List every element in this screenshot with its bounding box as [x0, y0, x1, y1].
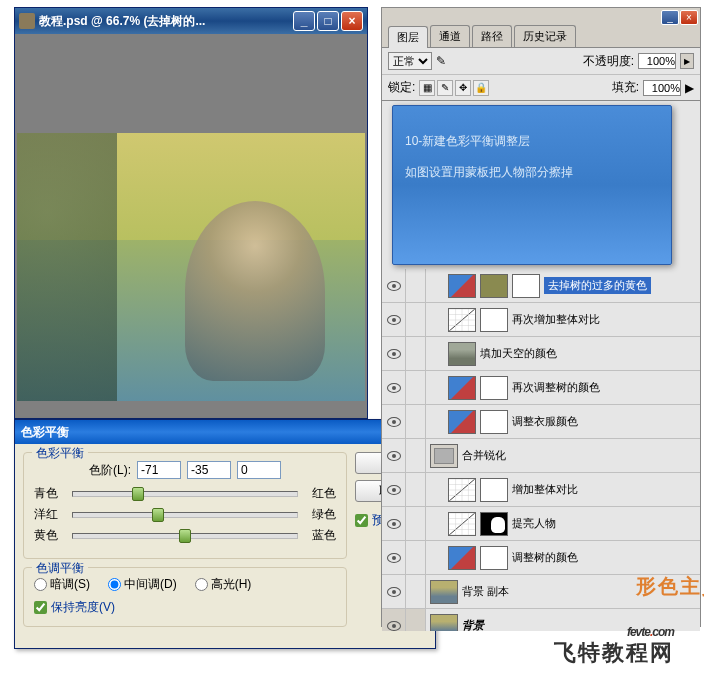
maximize-button[interactable]: □: [317, 11, 339, 31]
layer-name-label[interactable]: 调整衣服颜色: [512, 414, 578, 429]
layer-thumbnail[interactable]: [430, 614, 458, 632]
preserve-luminosity-label[interactable]: 保持亮度(V): [34, 599, 336, 616]
panel-minimize-button[interactable]: _: [661, 10, 679, 25]
layer-name-label[interactable]: 提亮人物: [512, 516, 556, 531]
opacity-arrow-button[interactable]: ▶: [680, 53, 694, 69]
color-balance-thumbnail[interactable]: [448, 274, 476, 298]
fill-arrow-button[interactable]: ▶: [685, 81, 694, 95]
opacity-input[interactable]: [638, 53, 676, 69]
shadows-radio[interactable]: [34, 578, 47, 591]
link-column[interactable]: [406, 303, 426, 336]
layer-row[interactable]: 填加天空的颜色: [382, 337, 700, 371]
link-column[interactable]: [406, 609, 426, 631]
folder-icon[interactable]: [430, 444, 458, 468]
layer-mask-thumbnail[interactable]: [480, 410, 508, 434]
midtones-radio[interactable]: [108, 578, 121, 591]
visibility-toggle[interactable]: [382, 405, 406, 438]
layer-row[interactable]: 调整衣服颜色: [382, 405, 700, 439]
close-button[interactable]: ×: [341, 11, 363, 31]
layer-name-label[interactable]: 再次调整树的颜色: [512, 380, 600, 395]
layer-mask-thumbnail[interactable]: [480, 546, 508, 570]
layer-name-label[interactable]: 增加整体对比: [512, 482, 578, 497]
midtones-radio-label[interactable]: 中间调(D): [108, 576, 177, 593]
link-column[interactable]: [406, 337, 426, 370]
level2-input[interactable]: [187, 461, 231, 479]
layer-thumbnail[interactable]: [448, 342, 476, 366]
slider-thumb[interactable]: [152, 508, 164, 522]
layer-thumbnail[interactable]: [430, 580, 458, 604]
curves-thumbnail[interactable]: [448, 478, 476, 502]
layer-row[interactable]: 提亮人物: [382, 507, 700, 541]
dialog-titlebar[interactable]: 色彩平衡 ×: [15, 420, 435, 444]
highlights-radio-label[interactable]: 高光(H): [195, 576, 252, 593]
tab-layers[interactable]: 图层: [388, 26, 428, 48]
layer-name-label[interactable]: 再次增加整体对比: [512, 312, 600, 327]
layer-name-label[interactable]: 调整树的颜色: [512, 550, 578, 565]
visibility-toggle[interactable]: [382, 575, 406, 608]
link-column[interactable]: [406, 439, 426, 472]
visibility-toggle[interactable]: [382, 371, 406, 404]
highlights-radio[interactable]: [195, 578, 208, 591]
visibility-toggle[interactable]: [382, 337, 406, 370]
curves-thumbnail[interactable]: [448, 308, 476, 332]
visibility-toggle[interactable]: [382, 269, 406, 302]
preserve-luminosity-checkbox[interactable]: [34, 601, 47, 614]
slider-thumb[interactable]: [132, 487, 144, 501]
curves-thumbnail[interactable]: [448, 512, 476, 536]
link-column[interactable]: [406, 575, 426, 608]
visibility-toggle[interactable]: [382, 303, 406, 336]
minimize-button[interactable]: _: [293, 11, 315, 31]
tab-history[interactable]: 历史记录: [514, 25, 576, 47]
preview-checkbox[interactable]: [355, 514, 368, 527]
tab-paths[interactable]: 路径: [472, 25, 512, 47]
lock-transparency-icon[interactable]: ▦: [419, 80, 435, 96]
document-titlebar[interactable]: 教程.psd @ 66.7% (去掉树的... _ □ ×: [15, 8, 367, 34]
link-column[interactable]: [406, 541, 426, 574]
layer-name-label[interactable]: 去掉树的过多的黄色: [544, 277, 651, 294]
shadows-radio-label[interactable]: 暗调(S): [34, 576, 90, 593]
visibility-toggle[interactable]: [382, 541, 406, 574]
fill-input[interactable]: [643, 80, 681, 96]
color-balance-thumbnail[interactable]: [448, 410, 476, 434]
layer-name-label[interactable]: 合并锐化: [462, 448, 506, 463]
layer-row[interactable]: 再次增加整体对比: [382, 303, 700, 337]
link-column[interactable]: [406, 405, 426, 438]
layer-name-label[interactable]: 背景: [462, 618, 484, 631]
layer-mask-thumbnail[interactable]: [480, 308, 508, 332]
layer-name-label[interactable]: 填加天空的颜色: [480, 346, 557, 361]
panel-close-button[interactable]: ×: [680, 10, 698, 25]
lock-pixels-icon[interactable]: ✎: [437, 80, 453, 96]
layer-mask-thumbnail[interactable]: [480, 512, 508, 536]
layer-row[interactable]: 调整树的颜色: [382, 541, 700, 575]
visibility-toggle[interactable]: [382, 609, 406, 631]
layer-row[interactable]: 再次调整树的颜色: [382, 371, 700, 405]
layer-mask-thumbnail[interactable]: [480, 376, 508, 400]
watermark: 形色主义 fevte.com 飞特教程网: [554, 585, 674, 668]
yellow-blue-slider[interactable]: [72, 533, 298, 539]
layer-row[interactable]: 合并锐化: [382, 439, 700, 473]
visibility-toggle[interactable]: [382, 507, 406, 540]
lock-all-icon[interactable]: 🔒: [473, 80, 489, 96]
layer-row[interactable]: 增加整体对比: [382, 473, 700, 507]
color-balance-thumbnail[interactable]: [448, 546, 476, 570]
visibility-toggle[interactable]: [382, 439, 406, 472]
link-column[interactable]: [406, 473, 426, 506]
magenta-green-slider[interactable]: [72, 512, 298, 518]
link-column[interactable]: [406, 371, 426, 404]
link-column[interactable]: [406, 507, 426, 540]
cyan-red-slider[interactable]: [72, 491, 298, 497]
blend-mode-select[interactable]: 正常: [388, 52, 432, 70]
color-balance-thumbnail[interactable]: [448, 376, 476, 400]
document-canvas[interactable]: [17, 133, 365, 401]
level1-input[interactable]: [137, 461, 181, 479]
visibility-toggle[interactable]: [382, 473, 406, 506]
level3-input[interactable]: [237, 461, 281, 479]
lock-position-icon[interactable]: ✥: [455, 80, 471, 96]
layer-mask-thumbnail[interactable]: [512, 274, 540, 298]
link-column[interactable]: [406, 269, 426, 302]
layer-name-label[interactable]: 背景 副本: [462, 584, 509, 599]
slider-thumb[interactable]: [179, 529, 191, 543]
layer-mask-thumbnail[interactable]: [480, 478, 508, 502]
layer-row[interactable]: 去掉树的过多的黄色: [382, 269, 700, 303]
tab-channels[interactable]: 通道: [430, 25, 470, 47]
